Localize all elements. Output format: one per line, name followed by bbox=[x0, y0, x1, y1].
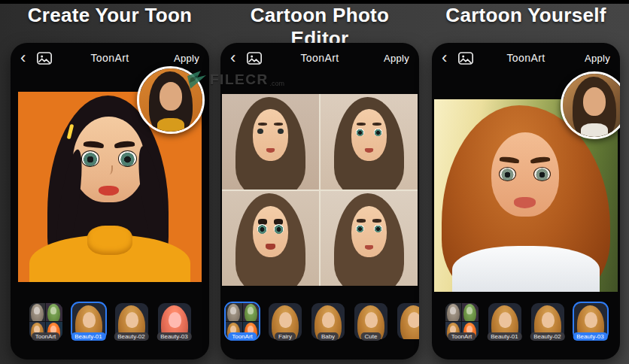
phone-mockup-2: ‹ ToonArt Apply bbox=[220, 43, 419, 359]
filter-thumb-beauty03[interactable]: Beauty-03 bbox=[158, 303, 191, 339]
filter-thumb-beauty02[interactable]: Beauty-02 bbox=[531, 303, 564, 339]
filter-thumb-toonart[interactable]: ToonArt bbox=[29, 303, 62, 339]
header-left-group: ‹ bbox=[442, 50, 473, 65]
panel-title-create-your-toon: Create Your Toon bbox=[11, 4, 209, 27]
app-title: ToonArt bbox=[506, 52, 545, 64]
filter-thumb-beauty01[interactable]: Beauty-01 bbox=[72, 303, 105, 339]
watermark-text: FILECR bbox=[210, 71, 269, 88]
eyebrow bbox=[530, 156, 551, 164]
eye bbox=[533, 167, 551, 181]
filter-label: Beauty-01 bbox=[487, 332, 521, 341]
inset-face bbox=[583, 87, 606, 116]
inset-clothing bbox=[581, 123, 609, 139]
filter-thumb-toonart[interactable]: ToonArt bbox=[226, 303, 259, 339]
filter-thumb-cute[interactable]: Cute bbox=[354, 303, 387, 339]
eye bbox=[118, 150, 137, 166]
eyebrow bbox=[500, 156, 520, 164]
filter-thumb-baby[interactable]: Baby bbox=[311, 303, 345, 339]
filter-label: Fairy bbox=[275, 332, 296, 341]
variant-soft-toon bbox=[321, 94, 418, 190]
filecr-watermark: FILECR .com bbox=[187, 71, 284, 89]
filter-label: Beauty-03 bbox=[156, 332, 191, 341]
variant-cartoon-big-eyes bbox=[222, 191, 319, 287]
eye bbox=[81, 150, 100, 166]
filter-strip: ToonArt Beauty-01 Beauty-02 Beauty-03 bbox=[11, 303, 209, 347]
gallery-icon[interactable] bbox=[247, 52, 262, 65]
back-icon[interactable]: ‹ bbox=[442, 50, 447, 65]
filter-thumb-beauty02[interactable]: Beauty-02 bbox=[115, 303, 148, 339]
phone-mockup-1: ‹ ToonArt Apply bbox=[11, 43, 209, 359]
filecr-logo-icon bbox=[187, 71, 207, 89]
filter-label: Beauty-01 bbox=[71, 332, 105, 341]
apply-button[interactable]: Apply bbox=[384, 53, 409, 64]
lips bbox=[514, 197, 536, 208]
filter-label: Beauty-03 bbox=[573, 332, 607, 341]
white-jacket-shape bbox=[452, 246, 599, 292]
eyebrow bbox=[114, 141, 135, 149]
app-title: ToonArt bbox=[90, 52, 129, 64]
apply-button[interactable]: Apply bbox=[585, 53, 610, 64]
inset-face bbox=[160, 82, 182, 111]
filter-thumb-beauty01[interactable]: Beauty-01 bbox=[488, 303, 521, 339]
filter-thumb-beauty03[interactable]: Beauty-03 bbox=[574, 303, 607, 339]
apply-button[interactable]: Apply bbox=[174, 53, 199, 64]
back-icon[interactable]: ‹ bbox=[20, 50, 26, 65]
gallery-icon[interactable] bbox=[37, 52, 52, 65]
header-left-group: ‹ bbox=[20, 50, 52, 65]
panel-title-cartoon-yourself: Cartoon Yourself bbox=[432, 4, 620, 27]
header-left-group: ‹ bbox=[230, 50, 262, 65]
app-header: ‹ ToonArt Apply bbox=[220, 43, 419, 73]
eyebrow bbox=[83, 141, 103, 149]
phone-mockup-3: ‹ ToonArt Apply bbox=[432, 43, 620, 359]
cartoon-variants-grid bbox=[222, 94, 418, 286]
promo-screenshot: Create Your Toon Cartoon Photo Editor Ca… bbox=[0, 0, 629, 364]
lips bbox=[99, 186, 119, 196]
filter-label: Cute bbox=[361, 332, 381, 341]
filter-strip: ToonArt Beauty-01 Beauty-02 Beauty-03 bbox=[432, 303, 620, 347]
nose bbox=[107, 165, 113, 175]
filter-label: ToonArt bbox=[448, 332, 476, 341]
app-title: ToonArt bbox=[300, 52, 339, 64]
filter-thumb-partial[interactable] bbox=[397, 303, 419, 339]
face-shape bbox=[73, 117, 144, 202]
eye bbox=[499, 167, 516, 181]
filter-label: Beauty-02 bbox=[530, 332, 564, 341]
watermark-suffix: .com bbox=[270, 80, 285, 89]
filter-label: Baby bbox=[318, 332, 339, 341]
variant-original bbox=[222, 94, 319, 190]
inset-clothing bbox=[157, 118, 185, 134]
turtleneck bbox=[87, 226, 132, 255]
variant-3d-toon bbox=[321, 191, 418, 287]
filter-label: Beauty-02 bbox=[114, 332, 148, 341]
face-shape bbox=[491, 132, 559, 217]
gallery-icon[interactable] bbox=[458, 52, 473, 65]
filter-label: ToonArt bbox=[228, 332, 257, 341]
app-header: ‹ ToonArt Apply bbox=[432, 43, 620, 73]
filter-thumb-fairy[interactable]: Fairy bbox=[269, 303, 302, 339]
filter-thumb-toonart[interactable]: ToonArt bbox=[445, 303, 479, 339]
filter-label: ToonArt bbox=[32, 332, 60, 341]
filter-strip: ToonArt Fairy Baby Cute bbox=[220, 303, 419, 347]
back-icon[interactable]: ‹ bbox=[230, 50, 235, 65]
